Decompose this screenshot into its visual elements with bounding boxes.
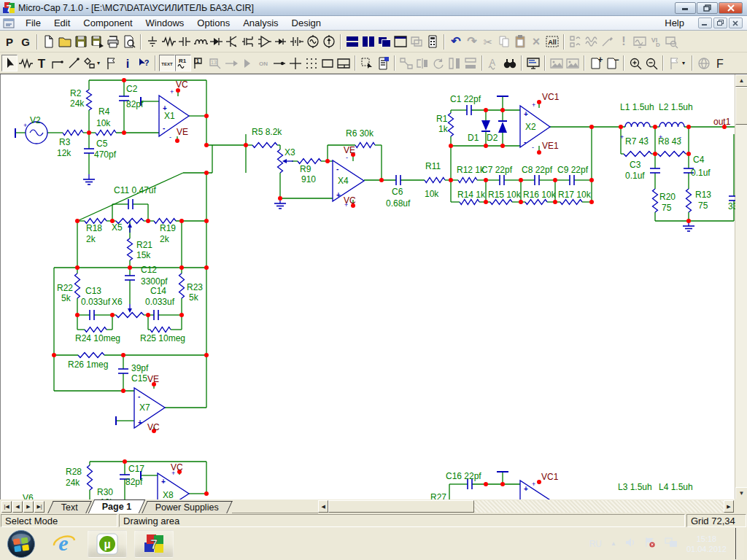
schematic-label[interactable]: C16 22pf xyxy=(446,471,481,481)
close-button[interactable] xyxy=(719,2,743,14)
schematic-label[interactable]: C7 22pf xyxy=(481,165,513,175)
opamp-label[interactable]: X7 xyxy=(139,402,150,413)
schematic-label[interactable]: R22 xyxy=(57,283,73,293)
schematic-label[interactable]: C1 22pf xyxy=(450,94,481,104)
schematic-label[interactable]: L3 1.5uh xyxy=(618,482,652,492)
menu-item-design[interactable]: Design xyxy=(285,16,328,30)
resistor[interactable] xyxy=(458,178,477,183)
vertical-scroll-track[interactable] xyxy=(735,125,747,487)
diode-button[interactable] xyxy=(209,34,225,50)
resistor[interactable] xyxy=(128,238,133,260)
drawing-area[interactable]: X1+-X2+-X4-+X7-+X8++V2+R224kR410kR312kC2… xyxy=(0,74,735,499)
schematic-label[interactable]: C15 xyxy=(131,373,147,384)
schematic-label[interactable]: L1 1.5uh xyxy=(620,102,654,112)
schematic-label[interactable]: 75 xyxy=(662,203,672,213)
undo-button[interactable]: ↶ xyxy=(448,34,464,50)
calculator-button[interactable] xyxy=(425,34,441,50)
schematic-label[interactable]: V6 xyxy=(23,493,34,499)
schematic-label[interactable]: R2 xyxy=(70,88,82,98)
opamp-label[interactable]: X8 xyxy=(163,490,174,499)
schematic-label[interactable]: R24 10meg xyxy=(75,333,120,343)
cascade-button[interactable] xyxy=(376,34,392,50)
schematic-label[interactable]: - xyxy=(646,133,648,141)
schematic-label[interactable]: + xyxy=(171,470,175,477)
select-all-button[interactable]: All xyxy=(544,34,560,50)
resistor[interactable] xyxy=(560,200,582,205)
flip-x-button[interactable] xyxy=(462,55,479,71)
schematic-label[interactable]: 10k xyxy=(425,189,439,199)
schematic-label[interactable]: + xyxy=(344,201,348,209)
schematic-label[interactable]: L2 1.5uh xyxy=(659,102,693,112)
tab-page-1[interactable]: Page 1 xyxy=(88,499,146,513)
schematic-label[interactable]: C5 xyxy=(96,139,108,149)
show-text-button[interactable]: TEXT xyxy=(159,55,175,71)
schematic-label[interactable]: + xyxy=(170,88,174,96)
diode[interactable] xyxy=(498,122,507,133)
schematic-label[interactable]: 1k xyxy=(438,124,449,134)
remove-page-button[interactable]: − xyxy=(604,55,620,71)
plot-button[interactable] xyxy=(584,34,600,50)
component-editor-button[interactable] xyxy=(600,34,616,50)
tab-nav-1[interactable]: ◀ xyxy=(12,501,23,513)
schematic-label[interactable]: R27 xyxy=(430,492,446,499)
split-horizontal-button[interactable] xyxy=(344,34,360,50)
schematic-label[interactable]: R25 10meg xyxy=(140,333,185,343)
schematic-label[interactable]: 24k xyxy=(66,478,80,488)
tab-power-supplies[interactable]: Power Supplies xyxy=(142,501,232,513)
diagonal-wire-button[interactable] xyxy=(66,55,82,71)
schematic-label[interactable]: 12k xyxy=(57,148,71,158)
tab-nav-3[interactable]: ▶| xyxy=(34,501,44,513)
show-attributes-button[interactable]: R1 xyxy=(175,55,191,71)
help-topics-button[interactable] xyxy=(525,55,541,71)
copy-screen-button[interactable] xyxy=(565,55,581,71)
schematic-label[interactable]: R23 xyxy=(187,282,203,292)
inductor-button[interactable] xyxy=(193,34,209,50)
schematic-label[interactable]: X6 xyxy=(112,297,123,307)
schematic-label[interactable]: R21 xyxy=(136,240,152,250)
tab-nav-0[interactable]: |◀ xyxy=(1,501,12,513)
node-voltages-button[interactable]: 13 xyxy=(207,55,223,71)
schematic-label[interactable]: C17 xyxy=(128,464,144,474)
schematic-label[interactable]: VE1 xyxy=(542,141,559,151)
probe-button[interactable]: ! xyxy=(616,34,632,50)
utorrent-button[interactable]: µ xyxy=(88,530,127,558)
schematic-label[interactable]: C2 xyxy=(126,84,138,94)
resistor[interactable] xyxy=(179,273,185,298)
resistor[interactable] xyxy=(653,189,658,212)
language-indicator[interactable]: RU xyxy=(589,539,602,549)
resistor[interactable] xyxy=(490,200,512,205)
opamp-label[interactable]: X2 xyxy=(525,122,536,132)
tray-expand-icon[interactable]: ▲ xyxy=(611,540,616,547)
tab-nav-2[interactable]: ▶ xyxy=(23,501,34,513)
inductor[interactable] xyxy=(625,122,650,127)
schematic-label[interactable]: R17 10k xyxy=(558,190,592,200)
menu-item-windows[interactable]: Windows xyxy=(139,16,191,30)
vertical-scrollbar[interactable]: ▲ ▼ xyxy=(735,74,747,499)
opamp-label[interactable]: X1 xyxy=(164,111,175,121)
open-button[interactable] xyxy=(57,34,73,50)
schematic-label[interactable]: 39pf xyxy=(131,363,149,373)
copy-button[interactable] xyxy=(496,34,512,50)
opamp-label[interactable]: X4 xyxy=(338,176,349,186)
wire-mode-button[interactable] xyxy=(50,55,66,71)
show-conditions-button[interactable]: ON xyxy=(255,55,271,71)
hscroll-right-button[interactable]: ▶ xyxy=(724,500,734,513)
resistor[interactable] xyxy=(686,189,692,212)
schematic-label[interactable]: 15k xyxy=(136,250,151,260)
resistor[interactable] xyxy=(63,131,83,136)
schematic-label[interactable]: C14 xyxy=(150,286,166,296)
menu-item-help[interactable]: Help xyxy=(658,16,691,30)
title-block-button[interactable] xyxy=(336,55,352,71)
save-as-button[interactable] xyxy=(89,34,105,50)
node-numbers-button[interactable]: 1 xyxy=(191,55,207,71)
schematic-label[interactable]: + xyxy=(659,133,662,141)
info-mode-button[interactable]: i xyxy=(120,55,136,71)
schematic-label[interactable]: R26 1meg xyxy=(68,359,108,370)
flip-y-button[interactable] xyxy=(446,55,462,71)
print-button[interactable] xyxy=(105,34,121,50)
help-mode-button[interactable]: ? xyxy=(136,55,152,71)
flag-mode-button[interactable] xyxy=(104,55,120,71)
schematic-label[interactable]: C11 0.47uf xyxy=(114,185,156,195)
resistor[interactable] xyxy=(78,353,104,358)
resistor[interactable] xyxy=(150,327,171,332)
